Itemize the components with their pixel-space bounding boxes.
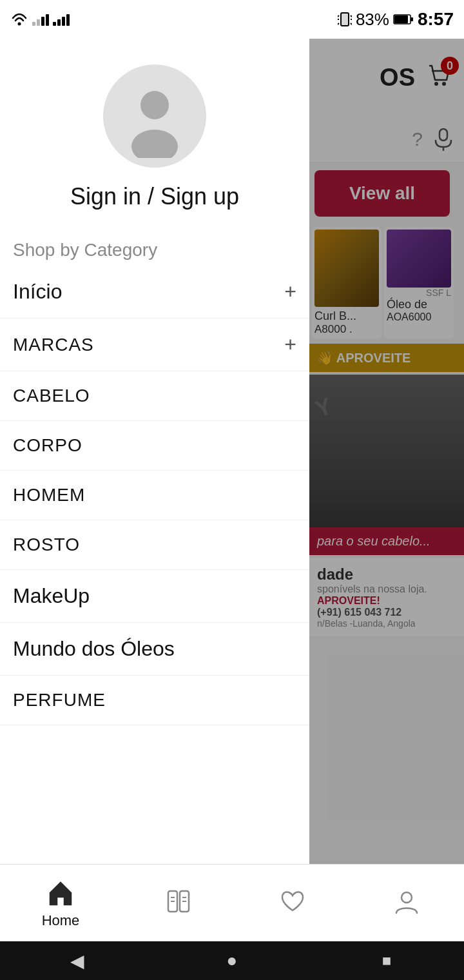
sidebar-drawer: Sign in / Sign up Shop by Category Iníci… [0, 39, 309, 903]
sidebar-item-label-oleos: Mundo dos Óleos [13, 637, 175, 661]
svg-line-3 [338, 15, 339, 17]
sidebar-item-label-rosto: ROSTO [13, 534, 80, 555]
recents-icon: ■ [382, 952, 392, 970]
svg-point-17 [140, 91, 169, 119]
nav-profile[interactable] [378, 881, 435, 926]
avatar-icon [113, 74, 197, 158]
home-sys-icon: ● [227, 950, 238, 971]
svg-line-8 [351, 23, 352, 24]
battery-percent: 83% [356, 10, 389, 30]
svg-line-5 [338, 23, 339, 24]
sidebar-nav-item-corpo[interactable]: CORPO [0, 421, 309, 471]
status-right: 83% 8:57 [338, 9, 454, 30]
heart-icon [277, 886, 308, 917]
profile-icon [391, 886, 422, 917]
sidebar-item-label-marcas: MARCAS [13, 335, 94, 355]
back-icon: ◀ [70, 950, 84, 972]
nav-wishlist[interactable] [264, 881, 321, 926]
sidebar-nav-item-oleos[interactable]: Mundo dos Óleos [0, 623, 309, 676]
plus-icon-inicio: + [284, 280, 296, 304]
main-layout: OS 0 ? View all [0, 39, 464, 941]
overlay-dim[interactable] [309, 39, 464, 903]
sidebar-nav-item-inicio[interactable]: Início + [0, 266, 309, 318]
nav-home[interactable]: Home [29, 872, 93, 934]
svg-rect-2 [341, 13, 349, 26]
sidebar-nav-item-perfume[interactable]: PERFUME [0, 676, 309, 725]
vibrate-icon [338, 10, 352, 28]
sidebar-nav-item-cabelo[interactable]: CABELO [0, 371, 309, 421]
sidebar-item-label-cabelo: CABELO [13, 386, 90, 406]
system-nav: ◀ ● ■ [0, 941, 464, 980]
home-icon [45, 877, 76, 908]
sidebar-nav-item-marcas[interactable]: MARCAS + [0, 318, 309, 371]
back-button[interactable]: ◀ [61, 945, 93, 977]
category-section-label: Shop by Category [0, 230, 309, 266]
signal-icon-2 [53, 13, 70, 26]
status-left [10, 12, 70, 26]
svg-point-0 [18, 23, 21, 26]
bottom-nav: Home [0, 864, 464, 941]
sidebar-item-label-perfume: PERFUME [13, 690, 106, 710]
sidebar-nav-item-makeup[interactable]: MakeUp [0, 570, 309, 623]
sign-in-label[interactable]: Sign in / Sign up [70, 183, 239, 210]
wifi-icon [10, 12, 28, 26]
battery-icon [393, 13, 414, 26]
recents-button[interactable]: ■ [371, 945, 403, 977]
sidebar-nav-item-rosto[interactable]: ROSTO [0, 520, 309, 570]
svg-point-25 [401, 892, 412, 903]
sidebar-item-label-homem: HOMEM [13, 485, 85, 505]
signal-icon [32, 13, 49, 26]
sidebar-item-label-inicio: Início [13, 280, 62, 304]
sidebar-avatar-section: Sign in / Sign up [0, 39, 309, 230]
palette-icon [163, 886, 194, 917]
sidebar-item-label-corpo: CORPO [13, 435, 82, 456]
sidebar-item-label-makeup: MakeUp [13, 584, 90, 608]
nav-palette[interactable] [150, 881, 207, 926]
clock: 8:57 [418, 9, 454, 30]
home-button[interactable]: ● [216, 945, 248, 977]
avatar[interactable] [103, 64, 206, 168]
status-bar: 83% 8:57 [0, 0, 464, 39]
svg-rect-10 [394, 15, 408, 23]
svg-line-6 [351, 15, 352, 17]
svg-rect-11 [411, 17, 413, 21]
plus-icon-marcas: + [284, 333, 296, 357]
sidebar-nav-item-homem[interactable]: HOMEM [0, 471, 309, 520]
nav-home-label: Home [42, 912, 80, 929]
